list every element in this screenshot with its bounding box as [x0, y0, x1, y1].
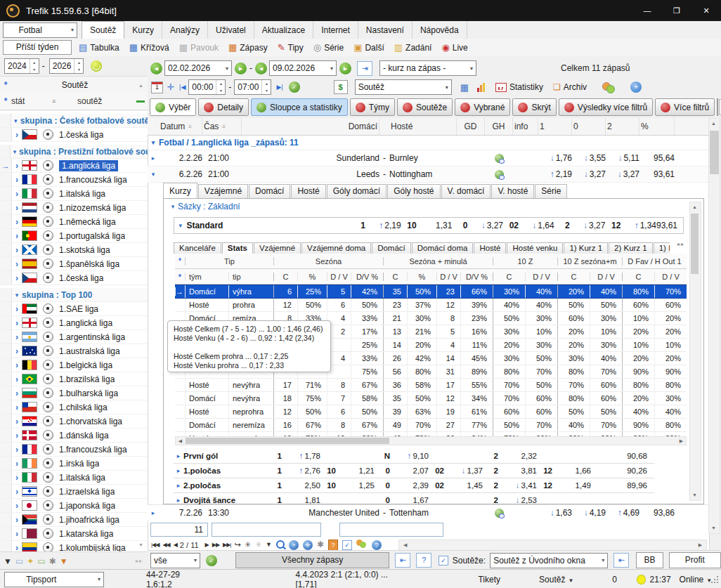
- expand-icon[interactable]: ›: [12, 161, 22, 171]
- soutez-okno-select[interactable]: Soutěž z Úvodního okna▾: [490, 553, 608, 568]
- table-add-icon[interactable]: ▦: [460, 82, 469, 93]
- filter-button[interactable]: Více filtrů: [655, 98, 715, 116]
- league-row[interactable]: › 1.argentinská liga: [0, 330, 148, 344]
- kurz-select[interactable]: - kurz na zápas -▾: [379, 60, 476, 76]
- expand-icon[interactable]: ›: [12, 501, 22, 511]
- toolbar-button[interactable]: Pavouk: [179, 43, 219, 53]
- prev-date-icon[interactable]: ◀: [150, 63, 162, 74]
- league-row[interactable]: › 1.francouzská liga: [0, 443, 148, 457]
- menu-tab[interactable]: Analýzy: [162, 21, 208, 39]
- detail-tab[interactable]: V. hosté: [491, 184, 534, 198]
- filter-input[interactable]: [339, 523, 443, 537]
- scroll-left-icon[interactable]: ◀: [401, 541, 410, 549]
- next-date-icon[interactable]: ▶: [339, 63, 351, 74]
- col-cas[interactable]: Čas≡: [202, 118, 242, 135]
- expand-icon[interactable]: ›: [12, 231, 22, 241]
- col-pct[interactable]: %: [639, 118, 675, 135]
- scrollbar-thumb[interactable]: [691, 214, 699, 274]
- toolbar-button[interactable]: Křížová: [129, 43, 169, 53]
- jump-to-date-icon[interactable]: ⇥: [357, 61, 372, 76]
- asterisk-icon[interactable]: *: [0, 96, 11, 106]
- toolbar-button[interactable]: Další: [353, 43, 384, 53]
- col-gh[interactable]: GH: [485, 118, 513, 135]
- filter-button[interactable]: Výběr: [150, 98, 196, 116]
- time-to-spinner[interactable]: 07:00▲▼: [234, 79, 271, 95]
- league-row[interactable]: › 1.portugalská liga: [0, 229, 148, 243]
- filter-button[interactable]: Výsledky více filtrů: [559, 98, 653, 116]
- scroll-up-icon[interactable]: ▲: [709, 119, 718, 129]
- stat-tab[interactable]: Domácí: [372, 242, 411, 254]
- date-to-input[interactable]: 09.02.2026▾: [269, 60, 337, 76]
- pan-icon[interactable]: ✛: [303, 540, 313, 550]
- scroll-down-icon[interactable]: ▼: [690, 490, 699, 500]
- all-matches-button[interactable]: Všechny zápasy: [235, 552, 389, 568]
- resize-grip[interactable]: [712, 576, 718, 583]
- nav-rewind-icon[interactable]: ◀◀: [162, 542, 169, 548]
- panel-icon[interactable]: ▭: [37, 557, 45, 566]
- match-table-scrollbar[interactable]: ▲ ▼: [708, 118, 720, 534]
- nav-first-icon[interactable]: |◀◀: [151, 542, 159, 548]
- col-1[interactable]: 1: [538, 118, 572, 135]
- wand-icon[interactable]: ✦: [27, 557, 34, 566]
- league-row[interactable]: › 1.kolumbijská liga: [0, 541, 148, 551]
- expand-icon[interactable]: ›: [12, 318, 22, 328]
- soutez-menu[interactable]: Soutěž▼: [539, 575, 573, 584]
- league-row[interactable]: › 1.francouzská liga: [0, 173, 148, 187]
- expand-icon[interactable]: ›: [12, 403, 22, 412]
- tennis-ball-icon[interactable]: [91, 60, 102, 72]
- league-row[interactable]: › 1.irská liga: [0, 457, 148, 471]
- scroll-right-icon[interactable]: ▶: [696, 541, 705, 549]
- expand-icon[interactable]: ›: [12, 360, 22, 370]
- nav-next-icon[interactable]: ▶: [205, 542, 209, 548]
- bet-row[interactable]: ▸ 1.poločas 12,76 101,21 02,07 021,37 23…: [174, 464, 654, 478]
- bet-row[interactable]: ▸ 2.poločas 12,50 101,25 02,39 021,45 23…: [174, 478, 654, 493]
- ok-icon[interactable]: ✓: [206, 555, 217, 566]
- expand-icon[interactable]: ›: [12, 487, 22, 497]
- maximize-button[interactable]: ❐: [662, 0, 691, 21]
- menu-tab[interactable]: Kurzy: [124, 21, 162, 39]
- stat-tab[interactable]: Stats: [222, 242, 253, 254]
- globe-icon[interactable]: [495, 154, 504, 163]
- league-row[interactable]: › 1.brazilská liga: [0, 372, 148, 386]
- expand-icon[interactable]: ›: [12, 445, 22, 455]
- column-header-soutez[interactable]: soutěž: [77, 96, 102, 106]
- date-from-input[interactable]: 02.02.2026▾: [164, 60, 232, 76]
- col-datum[interactable]: Datum≡: [159, 118, 202, 135]
- league-row[interactable]: › 1.italská liga: [0, 187, 148, 201]
- col-domaci[interactable]: Domácí: [242, 118, 379, 135]
- expand-icon[interactable]: ›: [12, 130, 22, 140]
- league-row[interactable]: › 1.SAE liga: [0, 302, 148, 316]
- collapse-icon[interactable]: ▾: [148, 139, 159, 146]
- league-row[interactable]: ▾ skupina : Top 100: [0, 288, 148, 302]
- league-row[interactable]: › 1.italská liga: [0, 471, 148, 485]
- money-icon[interactable]: $: [334, 80, 348, 94]
- detail-tab[interactable]: Góly domácí: [327, 184, 387, 198]
- league-row[interactable]: › 1.bulharská liga: [0, 386, 148, 400]
- stats-row[interactable]: Domácí nevýhra 18 75% 7 58% 35 50% 12 34…: [175, 392, 687, 405]
- filter-button[interactable]: Skrýt: [512, 98, 556, 116]
- menu-tab[interactable]: Internet: [313, 21, 358, 39]
- spinner-arrows-icon[interactable]: ▲▼: [261, 80, 271, 94]
- expand-icon[interactable]: ›: [12, 332, 22, 342]
- splitter-icon[interactable]: [136, 100, 145, 103]
- gear-icon[interactable]: ✱: [49, 557, 56, 566]
- column-header-stat[interactable]: stát: [11, 96, 52, 106]
- league-row[interactable]: › 1.skotská liga: [0, 243, 148, 257]
- expand-icon[interactable]: [148, 509, 159, 516]
- expand-icon[interactable]: ›: [12, 543, 22, 552]
- time-from-spinner[interactable]: 00:00▲▼: [188, 79, 226, 95]
- expand-icon[interactable]: [148, 171, 159, 178]
- scrollbar-thumb[interactable]: [710, 131, 719, 174]
- filter-input[interactable]: [212, 523, 321, 537]
- detail-tab[interactable]: Domácí: [249, 184, 290, 198]
- detail-vertical-scrollbar[interactable]: ▲ ▼: [689, 202, 701, 501]
- expand-icon[interactable]: ›: [12, 273, 22, 283]
- spinner-arrows-icon[interactable]: ▲▼: [216, 80, 225, 94]
- col-0[interactable]: 0: [572, 118, 606, 135]
- clipboard-icon[interactable]: ?: [328, 540, 338, 551]
- stat-tab[interactable]: Vzájemné doma: [301, 242, 371, 254]
- stat-tab[interactable]: Kanceláře: [174, 242, 221, 254]
- stats-row[interactable]: Hosté nevýhra 17 71% 8 67% 36 58% 17 55%…: [175, 379, 687, 392]
- col-gd[interactable]: GD: [457, 118, 485, 135]
- collapse-icon[interactable]: ▾: [11, 148, 19, 155]
